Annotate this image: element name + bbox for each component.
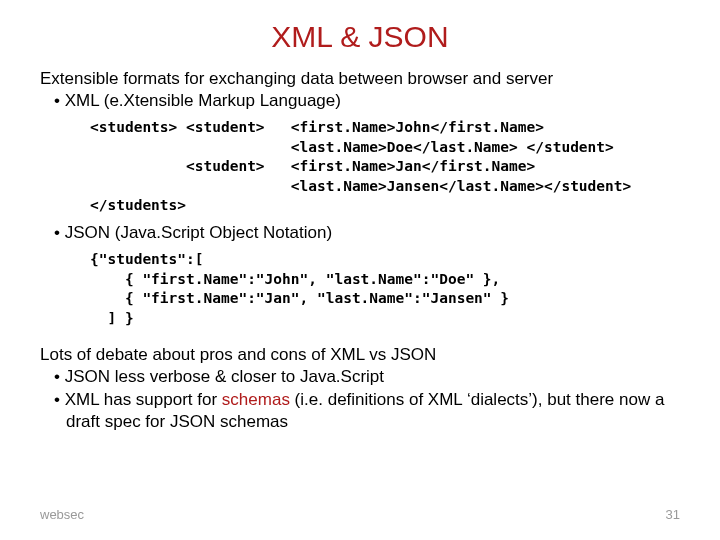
slide: XML & JSON Extensible formats for exchan… (0, 0, 720, 540)
xml-code-block: <students> <student> <first.Name>John</f… (90, 118, 680, 216)
bullet-xml: XML (e.Xtensible Markup Language) (54, 90, 680, 112)
content-list: Extensible formats for exchanging data b… (40, 68, 680, 112)
intro-text: Extensible formats for exchanging data b… (40, 68, 680, 90)
slide-number: 31 (666, 507, 680, 522)
bullet-pro-xml: XML has support for schemas (i.e. defini… (54, 389, 680, 433)
debate-text: Lots of debate about pros and cons of XM… (40, 344, 680, 366)
content-list-2: JSON (Java.Script Object Notation) (40, 222, 680, 244)
bullet-pro-json: JSON less verbose & closer to Java.Scrip… (54, 366, 680, 388)
footer-left: websec (40, 507, 84, 522)
slide-title: XML & JSON (40, 20, 680, 54)
json-code-block: {"students":[ { "first.Name":"John", "la… (90, 250, 680, 328)
slide-body: Extensible formats for exchanging data b… (40, 68, 680, 433)
bullet-json: JSON (Java.Script Object Notation) (54, 222, 680, 244)
content-list-3: Lots of debate about pros and cons of XM… (40, 344, 680, 432)
pro-xml-part-a: XML has support for (65, 390, 222, 409)
schemas-keyword: schemas (222, 390, 290, 409)
